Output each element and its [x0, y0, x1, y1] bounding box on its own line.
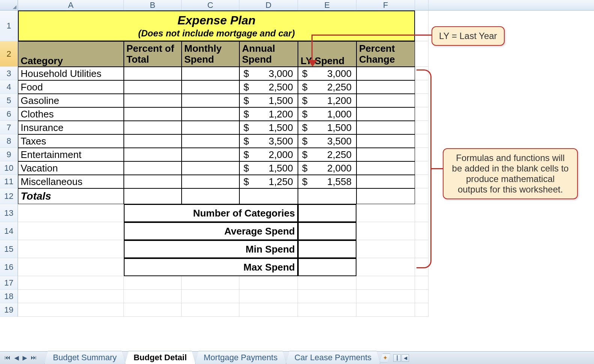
cell-F14[interactable] — [356, 222, 415, 240]
summary-avg-spend-label[interactable]: Average Spend — [124, 222, 298, 240]
cell-C18[interactable] — [182, 290, 239, 303]
tab-nav-prev-icon[interactable]: ◀ — [14, 353, 20, 362]
row-header-5[interactable]: 5 — [0, 94, 18, 107]
cell-E12[interactable] — [298, 188, 356, 204]
cell-F10[interactable] — [356, 161, 415, 175]
cell-ly-3[interactable]: $3,000 — [298, 67, 356, 80]
cell-B5[interactable] — [124, 94, 182, 107]
cell-F5[interactable] — [356, 94, 415, 107]
cell-C4[interactable] — [182, 80, 239, 94]
cell-ly-6[interactable]: $1,000 — [298, 107, 356, 121]
cell-B3[interactable] — [124, 67, 182, 80]
sheet-tab-mortgage-payments[interactable]: Mortgage Payments — [195, 351, 286, 364]
cell-annual-3[interactable]: $3,000 — [239, 67, 298, 80]
header-ly-spend[interactable]: LY Spend — [298, 41, 356, 67]
summary-min-spend-value[interactable] — [298, 240, 356, 258]
cell-ly-7[interactable]: $1,500 — [298, 121, 356, 134]
cell-B6[interactable] — [124, 107, 182, 121]
cell-F4[interactable] — [356, 80, 415, 94]
cell-E17[interactable] — [298, 276, 356, 290]
col-header-G[interactable] — [415, 0, 429, 10]
cell-B19[interactable] — [124, 303, 182, 317]
cell-B9[interactable] — [124, 148, 182, 161]
cell-B7[interactable] — [124, 121, 182, 134]
sheet-tab-car-lease-payments[interactable]: Car Lease Payments — [286, 351, 380, 364]
cell-category-6[interactable]: Clothes — [18, 107, 124, 121]
row-header-4[interactable]: 4 — [0, 80, 18, 94]
cell-C8[interactable] — [182, 134, 239, 148]
row-header-6[interactable]: 6 — [0, 107, 18, 121]
cell-A15[interactable] — [18, 240, 124, 258]
cell-G1[interactable] — [415, 11, 429, 41]
row-header-8[interactable]: 8 — [0, 134, 18, 148]
cell-A14[interactable] — [18, 222, 124, 240]
cell-annual-9[interactable]: $2,000 — [239, 148, 298, 161]
cell-F8[interactable] — [356, 134, 415, 148]
cell-F13[interactable] — [356, 204, 415, 222]
cell-B11[interactable] — [124, 175, 182, 188]
cell-ly-8[interactable]: $3,500 — [298, 134, 356, 148]
cell-annual-11[interactable]: $1,250 — [239, 175, 298, 188]
row-header-13[interactable]: 13 — [0, 204, 18, 222]
summary-num-categories-label[interactable]: Number of Categories — [124, 204, 298, 222]
cell-annual-10[interactable]: $1,500 — [239, 161, 298, 175]
insert-sheet-tab-icon[interactable]: ✦ — [380, 353, 390, 362]
cell-C5[interactable] — [182, 94, 239, 107]
tab-scroll-left-icon[interactable]: ◀ — [402, 354, 409, 362]
cell-B18[interactable] — [124, 290, 182, 303]
cell-annual-7[interactable]: $1,500 — [239, 121, 298, 134]
row-header-14[interactable]: 14 — [0, 222, 18, 240]
summary-max-spend-value[interactable] — [298, 258, 356, 276]
cell-F6[interactable] — [356, 107, 415, 121]
cell-D19[interactable] — [239, 303, 298, 317]
cell-F7[interactable] — [356, 121, 415, 134]
cell-D12[interactable] — [239, 188, 298, 204]
cell-B17[interactable] — [124, 276, 182, 290]
sheet-tab-budget-summary[interactable]: Budget Summary — [44, 351, 125, 364]
row-header-17[interactable]: 17 — [0, 276, 18, 290]
cell-A13[interactable] — [18, 204, 124, 222]
cell-category-5[interactable]: Gasoline — [18, 94, 124, 107]
tab-nav-first-icon[interactable]: ⏮ — [4, 353, 11, 362]
cell-category-8[interactable]: Taxes — [18, 134, 124, 148]
cell-C7[interactable] — [182, 121, 239, 134]
cell-ly-4[interactable]: $2,250 — [298, 80, 356, 94]
row-header-3[interactable]: 3 — [0, 67, 18, 80]
cell-F16[interactable] — [356, 258, 415, 276]
cell-title[interactable]: Expense Plan (Does not include mortgage … — [18, 11, 415, 41]
row-header-15[interactable]: 15 — [0, 240, 18, 258]
cell-F12[interactable] — [356, 188, 415, 204]
cell-E18[interactable] — [298, 290, 356, 303]
col-header-F[interactable]: F — [356, 0, 415, 10]
select-all-corner[interactable] — [0, 0, 18, 11]
cell-ly-5[interactable]: $1,200 — [298, 94, 356, 107]
row-header-18[interactable]: 18 — [0, 290, 18, 303]
tab-scroll-split-icon[interactable]: ┃ — [393, 354, 401, 362]
cell-annual-5[interactable]: $1,500 — [239, 94, 298, 107]
cell-F3[interactable] — [356, 67, 415, 80]
cell-C19[interactable] — [182, 303, 239, 317]
col-header-C[interactable]: C — [182, 0, 239, 10]
cell-B8[interactable] — [124, 134, 182, 148]
cell-B10[interactable] — [124, 161, 182, 175]
summary-avg-spend-value[interactable] — [298, 222, 356, 240]
header-annual-spend[interactable]: Annual Spend — [239, 41, 298, 67]
header-monthly-spend[interactable]: Monthly Spend — [182, 41, 239, 67]
cell-C12[interactable] — [182, 188, 239, 204]
cell-F17[interactable] — [356, 276, 415, 290]
col-header-A[interactable]: A — [18, 0, 124, 10]
cell-F11[interactable] — [356, 175, 415, 188]
cell-G19[interactable] — [415, 303, 429, 317]
cell-C17[interactable] — [182, 276, 239, 290]
row-header-10[interactable]: 10 — [0, 161, 18, 175]
cell-D17[interactable] — [239, 276, 298, 290]
cell-F18[interactable] — [356, 290, 415, 303]
row-header-19[interactable]: 19 — [0, 303, 18, 317]
cell-category-3[interactable]: Household Utilities — [18, 67, 124, 80]
cell-C11[interactable] — [182, 175, 239, 188]
summary-num-categories-value[interactable] — [298, 204, 356, 222]
tab-nav-last-icon[interactable]: ⏭ — [30, 353, 38, 362]
cell-G18[interactable] — [415, 290, 429, 303]
row-header-2[interactable]: 2 — [0, 41, 18, 67]
cell-category-9[interactable]: Entertainment — [18, 148, 124, 161]
